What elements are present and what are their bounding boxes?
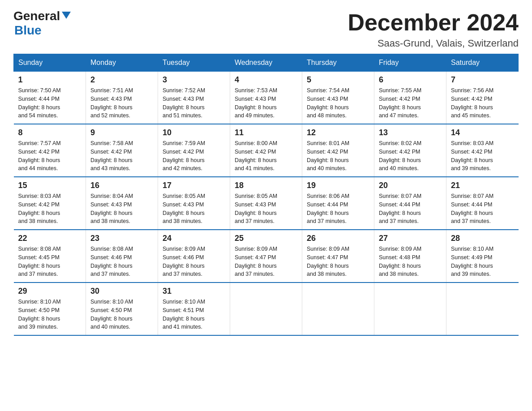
day-number: 28: [451, 234, 514, 243]
day-number: 27: [379, 234, 442, 243]
day-info: Sunrise: 8:07 AM Sunset: 4:44 PM Dayligh…: [451, 192, 514, 226]
day-info: Sunrise: 8:04 AM Sunset: 4:43 PM Dayligh…: [90, 192, 153, 226]
day-info: Sunrise: 7:50 AM Sunset: 4:44 PM Dayligh…: [18, 86, 82, 120]
day-info: Sunrise: 7:53 AM Sunset: 4:43 PM Dayligh…: [235, 86, 297, 120]
calendar-cell: 8 Sunrise: 7:57 AM Sunset: 4:42 PM Dayli…: [14, 124, 86, 177]
day-info: Sunrise: 8:08 AM Sunset: 4:46 PM Dayligh…: [90, 245, 153, 278]
day-number: 9: [90, 128, 153, 137]
day-number: 30: [90, 287, 153, 296]
calendar-cell: 22 Sunrise: 8:08 AM Sunset: 4:45 PM Dayl…: [14, 230, 86, 283]
header-day-monday: Monday: [86, 54, 158, 72]
header-day-friday: Friday: [374, 54, 446, 72]
day-info: Sunrise: 8:09 AM Sunset: 4:47 PM Dayligh…: [307, 245, 369, 278]
day-number: 16: [90, 181, 153, 190]
day-number: 12: [307, 128, 369, 137]
day-number: 20: [379, 181, 442, 190]
logo-general: General: [13, 9, 60, 23]
calendar-week-row: 15 Sunrise: 8:03 AM Sunset: 4:42 PM Dayl…: [14, 177, 519, 230]
calendar-cell: 9 Sunrise: 7:58 AM Sunset: 4:42 PM Dayli…: [86, 124, 158, 177]
logo-text: General: [13, 9, 71, 23]
logo-blue: Blue: [14, 23, 42, 37]
calendar-cell: 29 Sunrise: 8:10 AM Sunset: 4:50 PM Dayl…: [14, 283, 86, 335]
day-info: Sunrise: 8:02 AM Sunset: 4:42 PM Dayligh…: [379, 139, 442, 173]
calendar-cell: [374, 283, 446, 335]
header-row: SundayMondayTuesdayWednesdayThursdayFrid…: [14, 54, 519, 72]
day-info: Sunrise: 7:54 AM Sunset: 4:43 PM Dayligh…: [307, 86, 369, 120]
calendar-cell: 2 Sunrise: 7:51 AM Sunset: 4:43 PM Dayli…: [86, 72, 158, 124]
day-number: 7: [451, 75, 514, 85]
day-number: 14: [451, 128, 514, 137]
calendar-week-row: 22 Sunrise: 8:08 AM Sunset: 4:45 PM Dayl…: [14, 230, 519, 283]
title-section: December 2024 Saas-Grund, Valais, Switze…: [348, 9, 519, 49]
day-info: Sunrise: 7:56 AM Sunset: 4:42 PM Dayligh…: [451, 86, 514, 120]
calendar-cell: [446, 283, 519, 335]
calendar-cell: 17 Sunrise: 8:05 AM Sunset: 4:43 PM Dayl…: [158, 177, 230, 230]
day-number: 6: [379, 75, 442, 85]
calendar-cell: 30 Sunrise: 8:10 AM Sunset: 4:50 PM Dayl…: [86, 283, 158, 335]
calendar-cell: 21 Sunrise: 8:07 AM Sunset: 4:44 PM Dayl…: [446, 177, 519, 230]
day-info: Sunrise: 8:09 AM Sunset: 4:48 PM Dayligh…: [379, 245, 442, 278]
day-info: Sunrise: 7:57 AM Sunset: 4:42 PM Dayligh…: [18, 139, 82, 173]
calendar-cell: 10 Sunrise: 7:59 AM Sunset: 4:42 PM Dayl…: [158, 124, 230, 177]
day-number: 17: [163, 181, 225, 190]
header-day-saturday: Saturday: [446, 54, 519, 72]
calendar-cell: 1 Sunrise: 7:50 AM Sunset: 4:44 PM Dayli…: [14, 72, 86, 124]
page-header: General Blue December 2024 Saas-Grund, V…: [13, 9, 519, 49]
day-info: Sunrise: 7:52 AM Sunset: 4:43 PM Dayligh…: [163, 86, 225, 120]
day-info: Sunrise: 8:09 AM Sunset: 4:46 PM Dayligh…: [163, 245, 225, 278]
calendar-cell: 11 Sunrise: 8:00 AM Sunset: 4:42 PM Dayl…: [230, 124, 302, 177]
calendar-cell: 13 Sunrise: 8:02 AM Sunset: 4:42 PM Dayl…: [374, 124, 446, 177]
header-day-sunday: Sunday: [14, 54, 86, 72]
header-day-wednesday: Wednesday: [230, 54, 302, 72]
day-number: 8: [18, 128, 82, 137]
day-number: 3: [163, 75, 225, 85]
day-number: 13: [379, 128, 442, 137]
calendar-cell: 6 Sunrise: 7:55 AM Sunset: 4:42 PM Dayli…: [374, 72, 446, 124]
day-number: 19: [307, 181, 369, 190]
calendar-week-row: 29 Sunrise: 8:10 AM Sunset: 4:50 PM Dayl…: [14, 283, 519, 335]
day-info: Sunrise: 8:10 AM Sunset: 4:51 PM Dayligh…: [163, 298, 225, 331]
calendar-cell: 18 Sunrise: 8:05 AM Sunset: 4:43 PM Dayl…: [230, 177, 302, 230]
calendar-cell: 4 Sunrise: 7:53 AM Sunset: 4:43 PM Dayli…: [230, 72, 302, 124]
day-number: 4: [235, 75, 297, 85]
day-info: Sunrise: 7:51 AM Sunset: 4:43 PM Dayligh…: [90, 86, 153, 120]
calendar-cell: 5 Sunrise: 7:54 AM Sunset: 4:43 PM Dayli…: [302, 72, 374, 124]
calendar-table: SundayMondayTuesdayWednesdayThursdayFrid…: [13, 54, 519, 336]
day-number: 1: [18, 75, 82, 85]
day-info: Sunrise: 8:01 AM Sunset: 4:42 PM Dayligh…: [307, 139, 369, 173]
day-info: Sunrise: 8:10 AM Sunset: 4:49 PM Dayligh…: [451, 245, 514, 278]
calendar-cell: 3 Sunrise: 7:52 AM Sunset: 4:43 PM Dayli…: [158, 72, 230, 124]
day-info: Sunrise: 7:58 AM Sunset: 4:42 PM Dayligh…: [90, 139, 153, 173]
calendar-cell: 14 Sunrise: 8:03 AM Sunset: 4:42 PM Dayl…: [446, 124, 519, 177]
calendar-cell: 27 Sunrise: 8:09 AM Sunset: 4:48 PM Dayl…: [374, 230, 446, 283]
calendar-cell: 16 Sunrise: 8:04 AM Sunset: 4:43 PM Dayl…: [86, 177, 158, 230]
calendar-cell: 25 Sunrise: 8:09 AM Sunset: 4:47 PM Dayl…: [230, 230, 302, 283]
logo-triangle-icon: [62, 12, 71, 19]
calendar-cell: 20 Sunrise: 8:07 AM Sunset: 4:44 PM Dayl…: [374, 177, 446, 230]
logo-blue-text: Blue: [13, 23, 42, 38]
day-number: 15: [18, 181, 82, 190]
day-number: 31: [163, 287, 225, 296]
day-number: 26: [307, 234, 369, 243]
day-info: Sunrise: 8:05 AM Sunset: 4:43 PM Dayligh…: [235, 192, 297, 226]
calendar-cell: [230, 283, 302, 335]
calendar-cell: 28 Sunrise: 8:10 AM Sunset: 4:49 PM Dayl…: [446, 230, 519, 283]
day-info: Sunrise: 8:00 AM Sunset: 4:42 PM Dayligh…: [235, 139, 297, 173]
day-number: 24: [163, 234, 225, 243]
day-number: 10: [163, 128, 225, 137]
header-day-thursday: Thursday: [302, 54, 374, 72]
calendar-cell: 23 Sunrise: 8:08 AM Sunset: 4:46 PM Dayl…: [86, 230, 158, 283]
calendar-week-row: 1 Sunrise: 7:50 AM Sunset: 4:44 PM Dayli…: [14, 72, 519, 124]
day-number: 29: [18, 287, 82, 296]
location-title: Saas-Grund, Valais, Switzerland: [348, 38, 519, 49]
calendar-cell: 24 Sunrise: 8:09 AM Sunset: 4:46 PM Dayl…: [158, 230, 230, 283]
calendar-cell: 26 Sunrise: 8:09 AM Sunset: 4:47 PM Dayl…: [302, 230, 374, 283]
calendar-week-row: 8 Sunrise: 7:57 AM Sunset: 4:42 PM Dayli…: [14, 124, 519, 177]
day-number: 5: [307, 75, 369, 85]
day-info: Sunrise: 8:03 AM Sunset: 4:42 PM Dayligh…: [451, 139, 514, 173]
day-number: 18: [235, 181, 297, 190]
logo: General Blue: [13, 9, 71, 38]
day-number: 25: [235, 234, 297, 243]
day-info: Sunrise: 8:07 AM Sunset: 4:44 PM Dayligh…: [379, 192, 442, 226]
day-info: Sunrise: 8:10 AM Sunset: 4:50 PM Dayligh…: [18, 298, 82, 331]
